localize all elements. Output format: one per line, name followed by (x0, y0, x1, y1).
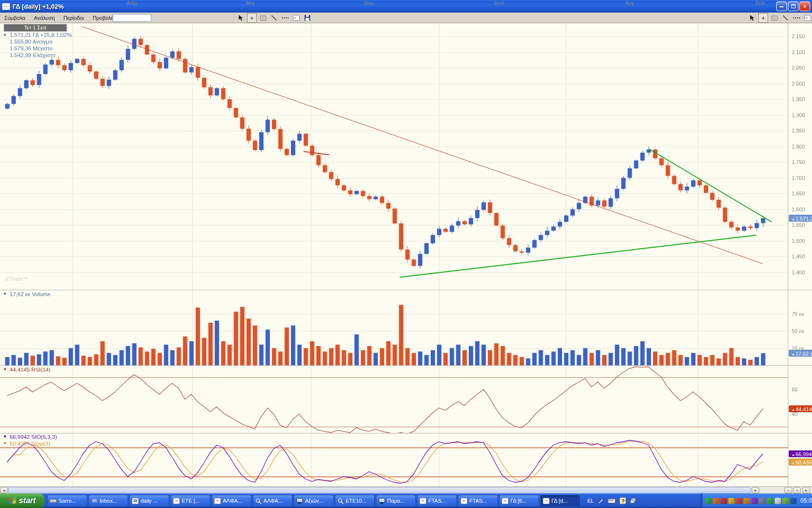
price-axis-label: 1.700 (792, 175, 805, 181)
tray-audio-icon[interactable] (759, 498, 766, 504)
price-axis-label: 1.900 (792, 112, 805, 118)
taskbar-task-3[interactable]: Wdaily ... (130, 495, 169, 507)
platform-watermark: ETrade™ (6, 276, 28, 282)
scroll-left-button[interactable]: ◂ (0, 487, 8, 493)
rsi-stoch-divider (0, 433, 812, 434)
tray-alert-flag-icon[interactable] (744, 498, 750, 504)
stochastic-d-tag: 50,4357 (789, 459, 812, 465)
quote-date: Τετ 1 Σεπ (4, 24, 67, 31)
taskbar-task-9[interactable]: Παρα... (376, 495, 416, 507)
price-axis-label: 1.450 (792, 254, 805, 259)
tray-java-icon[interactable] (713, 498, 719, 504)
quote-open-row: 1.555,80 Ανοιγμα (4, 38, 101, 45)
taskbar-task-8[interactable]: ΕΤΕ10... (335, 495, 375, 507)
price-volume-divider (0, 290, 812, 291)
quote-low-row: 1.542,99 Ελάχιστο (4, 52, 101, 59)
taskbar-task-11[interactable]: ~FTAS... (458, 495, 498, 507)
taskbar: start Sarro...✉Inbox...Wdaily ...~ETE [.… (0, 493, 812, 508)
x-axis-month-label: Σεπ (755, 0, 765, 6)
taskbar-task-10[interactable]: ~FTAS... (417, 495, 457, 507)
rsi-axis-label: 40 (792, 411, 798, 417)
price-axis-label: 1.750 (792, 159, 805, 165)
price-axis-label: 1.600 (792, 207, 805, 212)
x-axis-month-label: Ιουλ (494, 0, 505, 6)
x-axis-month-label: Απρ (127, 0, 137, 6)
stochastic-k-tag: 66,9942 (789, 450, 812, 457)
taskbar-task-7[interactable]: Αξιών... (294, 495, 334, 507)
axis-divider (788, 23, 788, 486)
system-tray: 05:09 (701, 493, 812, 508)
price-axis-label: 1.550 (792, 222, 805, 228)
x-axis-month-label: Μαι (246, 0, 255, 6)
taskbar-task-1[interactable]: Sarro... (47, 495, 87, 507)
zoom-in-button[interactable]: + (793, 487, 801, 493)
price-axis-label: 2.150 (792, 33, 805, 39)
tray-security-shield-icon[interactable] (728, 498, 735, 504)
zoom-out-button[interactable]: − (784, 487, 792, 493)
keyboard-icon[interactable] (608, 498, 616, 504)
price-axis-label: 2.050 (792, 65, 805, 71)
taskbar-task-13[interactable]: ~ΓΔ [d... (540, 495, 580, 507)
tray-download-icon[interactable] (705, 498, 711, 504)
taskbar-task-12[interactable]: ~ΓΔ [6... (499, 495, 539, 507)
taskbar-task-2[interactable]: ✉Inbox... (88, 495, 128, 507)
taskbar-task-5[interactable]: ~ΑΛΦΑ... (212, 495, 251, 507)
rsi-panel-label: 44,4145 RSI(14) (4, 367, 50, 373)
stochastic-d-label: 50,4357 Slow(3) (4, 441, 50, 447)
volume-axis-label: 50 εκ (792, 328, 804, 334)
taskbar-task-6[interactable]: ΑΛΦΑ... (253, 495, 292, 507)
volume-rsi-divider (0, 365, 812, 366)
last-price-tag: 1.571,21 (789, 215, 812, 222)
volume-axis-label: 75 εκ (792, 311, 804, 317)
stochastic-k-label: 66,9942 StO(5,3,3) (4, 434, 57, 440)
help-icon[interactable]: ? (620, 497, 626, 504)
tray-document-icon[interactable] (775, 498, 781, 504)
tray-network-icon[interactable] (790, 498, 797, 504)
price-axis-label: 1.500 (792, 238, 805, 244)
x-axis-month-label: Ιουν (364, 0, 374, 6)
tray-antivirus-icon[interactable] (767, 498, 773, 504)
start-button[interactable]: start (0, 493, 44, 508)
price-axis-label: 1.800 (792, 144, 805, 149)
tray-leaf-icon[interactable] (783, 498, 789, 504)
price-axis-label: 1.650 (792, 191, 805, 196)
price-chart-canvas[interactable] (0, 0, 812, 486)
tray-media-icon[interactable] (752, 498, 758, 504)
volume-axis-label: 25 εκ (792, 345, 804, 351)
price-axis-label: 1.950 (792, 96, 805, 102)
price-axis-label: 1.400 (792, 269, 805, 275)
scrollbar-thumb[interactable] (8, 487, 751, 493)
application-window: ~ ΓΔ [daily] +1,02% × Σύμβολα Ανάλυση Πε… (0, 0, 812, 508)
horizontal-scrollbar[interactable]: ◂ ▸ − + ▸ (0, 486, 812, 493)
price-axis-label: 2.000 (792, 81, 805, 87)
price-axis-label: 1.850 (792, 128, 805, 134)
language-indicator[interactable]: EL (587, 498, 594, 504)
scroll-right-button[interactable]: ▸ (752, 487, 759, 493)
taskbar-task-4[interactable]: ~ETE [... (171, 495, 210, 507)
rsi-axis-label: 60 (792, 387, 798, 392)
scroll-split-button[interactable]: ▸ (802, 487, 810, 493)
quote-high-row: 1.579,36 Μέγιστο (4, 45, 101, 52)
taskbar-clock[interactable]: 05:09 (800, 497, 812, 504)
pen-input-icon[interactable] (597, 497, 604, 504)
tray-gmail-icon[interactable] (736, 498, 742, 504)
price-axis-label: 2.100 (792, 49, 805, 55)
quote-last-row: 1.571,21 ΓΔ +15,8 1,02% (4, 31, 101, 38)
volume-panel-label: 17,62 εκ Volume (4, 291, 50, 297)
restore-windows-icon[interactable] (630, 498, 637, 504)
x-axis-month-label: Αυγ (625, 0, 634, 6)
tray-error-icon[interactable] (721, 498, 727, 504)
windows-logo-icon (9, 497, 16, 505)
quote-info-box: Τετ 1 Σεπ 1.571,21 ΓΔ +15,8 1,02% 1.555,… (4, 24, 101, 59)
